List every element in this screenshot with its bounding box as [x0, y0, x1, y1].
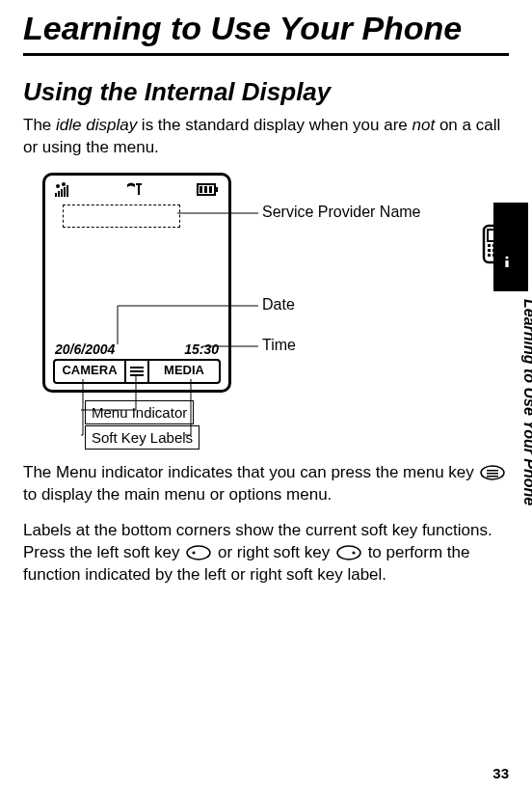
svg-rect-41 — [505, 260, 508, 267]
svg-point-0 — [56, 184, 60, 188]
phone-screen-outline: 20/6/2004 15:30 CAMERA MEDIA — [42, 173, 231, 393]
svg-rect-30 — [492, 244, 495, 247]
svg-rect-12 — [204, 186, 207, 193]
svg-point-26 — [352, 552, 355, 555]
svg-rect-11 — [200, 186, 202, 193]
svg-rect-31 — [497, 244, 500, 247]
text: or right soft key — [213, 543, 334, 561]
side-tab-text: Learning to Use Your Phone — [520, 299, 532, 505]
text: The — [23, 116, 56, 134]
text: to display the main menu or options menu… — [23, 485, 332, 504]
menu-indicator-icon — [124, 361, 149, 382]
soft-key-left-label: CAMERA — [55, 361, 124, 382]
side-tab-text-container: Learning to Use Your Phone — [509, 299, 528, 569]
callout-time: Time — [262, 337, 296, 354]
svg-rect-10 — [215, 187, 218, 192]
battery-icon — [198, 184, 218, 195]
callout-soft-key-labels: Soft Key Labels — [85, 425, 200, 450]
svg-point-40 — [505, 256, 508, 259]
svg-rect-5 — [64, 187, 66, 197]
svg-rect-35 — [488, 254, 491, 257]
svg-rect-6 — [66, 185, 68, 197]
svg-rect-28 — [488, 230, 501, 241]
page-number: 33 — [492, 765, 509, 781]
svg-rect-32 — [488, 249, 491, 252]
svg-rect-29 — [488, 244, 491, 247]
signal-icon — [55, 182, 68, 197]
callout-menu-indicator: Menu Indicator — [85, 400, 194, 424]
left-soft-key-icon — [186, 545, 211, 560]
callout-date: Date — [262, 296, 295, 314]
time-value: 15:30 — [184, 341, 219, 357]
date-value: 20/6/2004 — [55, 341, 115, 357]
service-provider-placeholder — [63, 205, 180, 228]
svg-rect-34 — [497, 249, 500, 252]
text: The Menu indicator indicates that you ca… — [23, 463, 478, 481]
svg-point-1 — [62, 182, 66, 186]
svg-rect-13 — [209, 186, 212, 193]
svg-rect-15 — [130, 370, 144, 372]
text: is the standard display when you are — [137, 116, 412, 134]
right-soft-key-icon — [336, 545, 361, 560]
not-term: not — [412, 116, 436, 134]
svg-rect-8 — [136, 183, 142, 185]
svg-rect-16 — [130, 374, 144, 376]
svg-rect-37 — [497, 254, 500, 257]
svg-point-24 — [193, 552, 196, 555]
svg-point-23 — [187, 546, 210, 559]
svg-rect-36 — [492, 254, 495, 257]
date-time-row: 20/6/2004 15:30 — [55, 341, 219, 357]
phone-info-icon — [478, 224, 519, 272]
svg-rect-33 — [492, 249, 495, 252]
section-heading: Using the Internal Display — [23, 77, 509, 107]
soft-key-row: CAMERA MEDIA — [53, 359, 221, 384]
callout-service-provider: Service Provider Name — [262, 204, 421, 221]
page-title: Learning to Use Your Phone — [23, 10, 509, 47]
svg-rect-4 — [61, 189, 63, 197]
soft-key-paragraph: Labels at the bottom corners show the cu… — [23, 520, 509, 586]
status-bar — [55, 181, 219, 199]
line-indicator-icon — [127, 182, 142, 195]
soft-key-right-label: MEDIA — [149, 361, 219, 382]
svg-rect-14 — [130, 367, 144, 368]
intro-paragraph: The idle display is the standard display… — [23, 115, 509, 159]
svg-rect-3 — [58, 191, 60, 197]
idle-display-term: idle display — [56, 116, 137, 134]
svg-line-38 — [505, 224, 507, 230]
svg-rect-2 — [55, 193, 57, 197]
title-rule — [23, 53, 509, 56]
menu-indicator-paragraph: The Menu indicator indicates that you ca… — [23, 462, 509, 506]
svg-point-25 — [337, 546, 360, 559]
display-diagram: 20/6/2004 15:30 CAMERA MEDIA Service Pro… — [23, 173, 509, 452]
